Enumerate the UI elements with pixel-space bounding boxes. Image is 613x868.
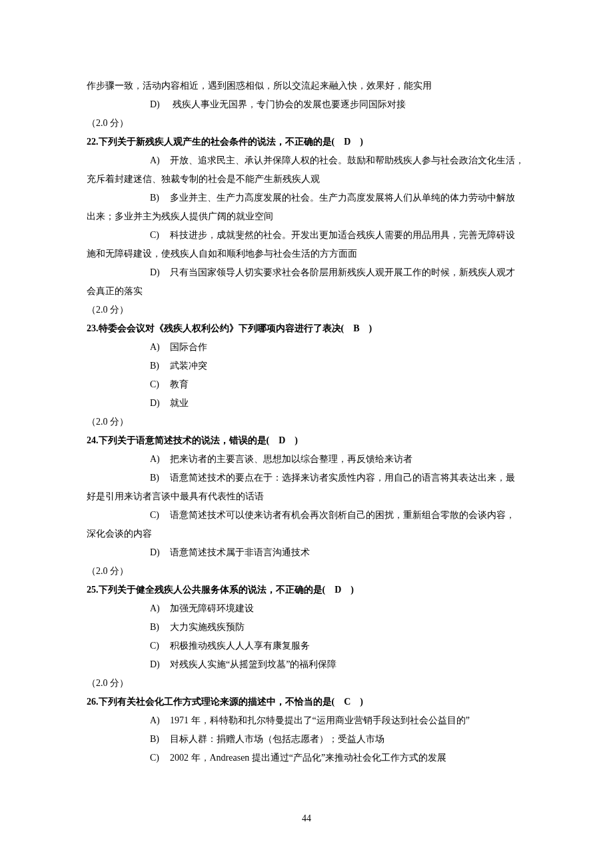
option-label: C) — [150, 226, 170, 245]
option-text: 科技进步，成就斐然的社会。开发出更加适合残疾人需要的用品用具，完善无障碍设 — [170, 230, 515, 240]
q25-answer: D — [325, 585, 350, 595]
stem-prefix: 23.特委会会议对《残疾人权利公约》下列哪项内容进行了表决( — [87, 323, 344, 333]
option-text: 对残疾人实施“从摇篮到坟墓”的福利保障 — [170, 659, 336, 669]
option-text: 多业并主、生产力高度发展的社会。生产力高度发展将人们从单纯的体力劳动中解放 — [170, 193, 515, 203]
q25-stem: 25.下列关于健全残疾人公共服务体系的说法，不正确的是( D ) — [87, 581, 526, 599]
stem-prefix: 24.下列关于语意简述技术的说法，错误的是( — [87, 435, 269, 445]
option-label: A) — [150, 599, 170, 618]
option-label: A) — [150, 711, 170, 730]
q23-option-d: D)就业 — [87, 394, 526, 413]
q23-option-a: A)国际合作 — [87, 338, 526, 357]
page-number: 44 — [302, 809, 311, 828]
q24-option-c-cont: 深化会谈的内容 — [87, 525, 526, 543]
score-intro: （2.0 分） — [87, 114, 526, 133]
option-text: 目标人群：捐赠人市场（包括志愿者）；受益人市场 — [170, 734, 384, 744]
stem-prefix: 25.下列关于健全残疾人公共服务体系的说法，不正确的是( — [87, 585, 325, 595]
stem-suffix: ) — [360, 697, 363, 707]
q24-option-d: D)语意简述技术属于非语言沟通技术 — [87, 543, 526, 562]
option-label: B) — [150, 189, 170, 207]
q22-option-c-cont: 施和无障碍建设，使残疾人自如和顺利地参与社会生活的方方面面 — [87, 245, 526, 263]
q22-option-a: A)开放、追求民主、承认并保障人权的社会。鼓励和帮助残疾人参与社会政治文化生活， — [87, 151, 526, 170]
q22-answer: D — [334, 137, 360, 147]
score-q25: （2.0 分） — [87, 674, 526, 693]
score-q24: （2.0 分） — [87, 562, 526, 581]
q22-option-d: D)只有当国家领导人切实要求社会各阶层用新残疾人观开展工作的时候，新残疾人观才 — [87, 263, 526, 282]
option-text: 把来访者的主要言谈、思想加以综合整理，再反馈给来访者 — [170, 454, 412, 464]
option-label: A) — [150, 151, 170, 170]
option-text: 国际合作 — [170, 342, 207, 352]
q24-option-c: C)语意简述技术可以使来访者有机会再次剖析自己的困扰，重新组合零散的会谈内容， — [87, 506, 526, 525]
q26-option-b: B)目标人群：捐赠人市场（包括志愿者）；受益人市场 — [87, 730, 526, 749]
option-text: 1971 年，科特勒和扎尔特曼提出了“运用商业营销手段达到社会公益目的” — [170, 715, 470, 725]
option-text: 残疾人事业无国界，专门协会的发展也要逐步同国际对接 — [173, 99, 406, 109]
option-text: 大力实施残疾预防 — [170, 622, 245, 632]
q23-option-c: C)教育 — [87, 375, 526, 394]
option-text: 语意简述技术可以使来访者有机会再次剖析自己的困扰，重新组合零散的会谈内容， — [170, 510, 515, 520]
option-label: C) — [150, 749, 170, 767]
option-label: B) — [150, 357, 170, 375]
option-label-d: D) — [150, 95, 170, 114]
q22-option-c: C)科技进步，成就斐然的社会。开发出更加适合残疾人需要的用品用具，完善无障碍设 — [87, 226, 526, 245]
stem-suffix: ) — [295, 435, 298, 445]
option-text: 2002 年，Andreasen 提出通过“产品化”来推动社会化工作方式的发展 — [170, 753, 446, 763]
q23-stem: 23.特委会会议对《残疾人权利公约》下列哪项内容进行了表决( B ) — [87, 319, 526, 338]
stem-prefix: 26.下列有关社会化工作方式理论来源的描述中，不恰当的是( — [87, 697, 334, 707]
option-label: A) — [150, 338, 170, 357]
option-label: D) — [150, 394, 170, 413]
q22-option-d-cont: 会真正的落实 — [87, 282, 526, 301]
score-q23: （2.0 分） — [87, 413, 526, 431]
option-text: 语意简述技术属于非语言沟通技术 — [170, 547, 310, 557]
option-text: 武装冲突 — [170, 361, 207, 371]
option-label: B) — [150, 730, 170, 749]
option-label: D) — [150, 543, 170, 562]
q24-option-b-cont: 好是引用来访者言谈中最具有代表性的话语 — [87, 487, 526, 506]
q24-answer: D — [269, 435, 295, 445]
stem-suffix: ) — [350, 585, 354, 595]
stem-prefix: 22.下列关于新残疾人观产生的社会条件的说法，不正确的是( — [87, 137, 334, 147]
q25-option-b: B)大力实施残疾预防 — [87, 618, 526, 637]
option-label: D) — [150, 655, 170, 674]
q26-answer: C — [334, 697, 360, 707]
q24-option-a: A)把来访者的主要言谈、思想加以综合整理，再反馈给来访者 — [87, 450, 526, 469]
option-label: C) — [150, 637, 170, 655]
option-label: B) — [150, 469, 170, 487]
q24-stem: 24.下列关于语意简述技术的说法，错误的是( D ) — [87, 431, 526, 450]
option-label: B) — [150, 618, 170, 637]
option-label: A) — [150, 450, 170, 469]
option-text: 只有当国家领导人切实要求社会各阶层用新残疾人观开展工作的时候，新残疾人观才 — [170, 267, 515, 277]
intro-continuation: 作步骤一致，活动内容相近，遇到困惑相似，所以交流起来融入快，效果好，能实用 — [87, 77, 526, 95]
intro-option-d: D) 残疾人事业无国界，专门协会的发展也要逐步同国际对接 — [87, 95, 526, 114]
option-label: D) — [150, 263, 170, 282]
q22-stem: 22.下列关于新残疾人观产生的社会条件的说法，不正确的是( D ) — [87, 133, 526, 151]
option-text: 加强无障碍环境建设 — [170, 603, 254, 613]
q25-option-d: D)对残疾人实施“从摇篮到坟墓”的福利保障 — [87, 655, 526, 674]
q26-option-a: A)1971 年，科特勒和扎尔特曼提出了“运用商业营销手段达到社会公益目的” — [87, 711, 526, 730]
option-text: 语意简述技术的要点在于：选择来访者实质性内容，用自己的语言将其表达出来，最 — [170, 473, 515, 483]
option-label: C) — [150, 375, 170, 394]
option-text: 积极推动残疾人人人享有康复服务 — [170, 641, 310, 651]
q23-answer: B — [344, 323, 368, 333]
q25-option-a: A)加强无障碍环境建设 — [87, 599, 526, 618]
option-text: 开放、追求民主、承认并保障人权的社会。鼓励和帮助残疾人参与社会政治文化生活， — [170, 155, 524, 165]
q23-option-b: B)武装冲突 — [87, 357, 526, 375]
q22-option-b: B)多业并主、生产力高度发展的社会。生产力高度发展将人们从单纯的体力劳动中解放 — [87, 189, 526, 207]
option-text: 教育 — [170, 379, 189, 389]
stem-suffix: ) — [360, 137, 363, 147]
q26-option-c: C)2002 年，Andreasen 提出通过“产品化”来推动社会化工作方式的发… — [87, 749, 526, 767]
q26-stem: 26.下列有关社会化工作方式理论来源的描述中，不恰当的是( C ) — [87, 693, 526, 711]
stem-suffix: ) — [369, 323, 372, 333]
q22-option-b-cont: 出来；多业并主为残疾人提供广阔的就业空间 — [87, 207, 526, 226]
score-q22: （2.0 分） — [87, 301, 526, 319]
option-label: C) — [150, 506, 170, 525]
option-text: 就业 — [170, 398, 189, 408]
q25-option-c: C)积极推动残疾人人人享有康复服务 — [87, 637, 526, 655]
q22-option-a-cont: 充斥着封建迷信、独裁专制的社会是不能产生新残疾人观 — [87, 170, 526, 189]
q24-option-b: B)语意简述技术的要点在于：选择来访者实质性内容，用自己的语言将其表达出来，最 — [87, 469, 526, 487]
